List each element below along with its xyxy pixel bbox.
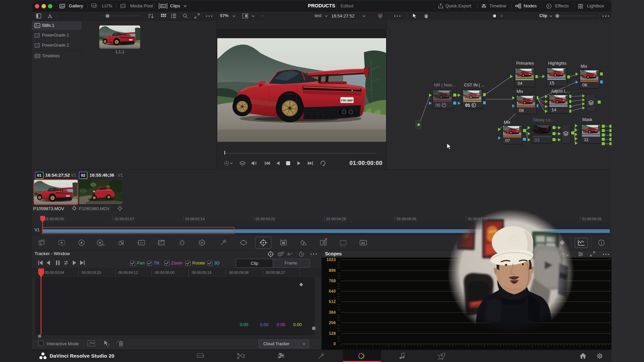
svg-text:V1: V1: [35, 228, 40, 232]
svg-text:128: 128: [329, 331, 336, 336]
svg-text:fx: fx: [472, 104, 474, 107]
svg-text:fx: fx: [548, 5, 550, 8]
svg-text:1023: 1023: [326, 257, 336, 262]
svg-text:640: 640: [329, 289, 336, 294]
svg-text:fx⁺: fx⁺: [287, 252, 293, 256]
svg-text:3D: 3D: [361, 241, 365, 245]
svg-text:768: 768: [329, 279, 336, 283]
svg-text:384: 384: [329, 310, 336, 315]
svg-text:512: 512: [329, 299, 336, 304]
svg-text:0: 0: [333, 342, 336, 346]
svg-text:256: 256: [329, 320, 336, 325]
svg-text:HDR: HDR: [100, 244, 105, 246]
svg-text:896: 896: [329, 268, 336, 273]
